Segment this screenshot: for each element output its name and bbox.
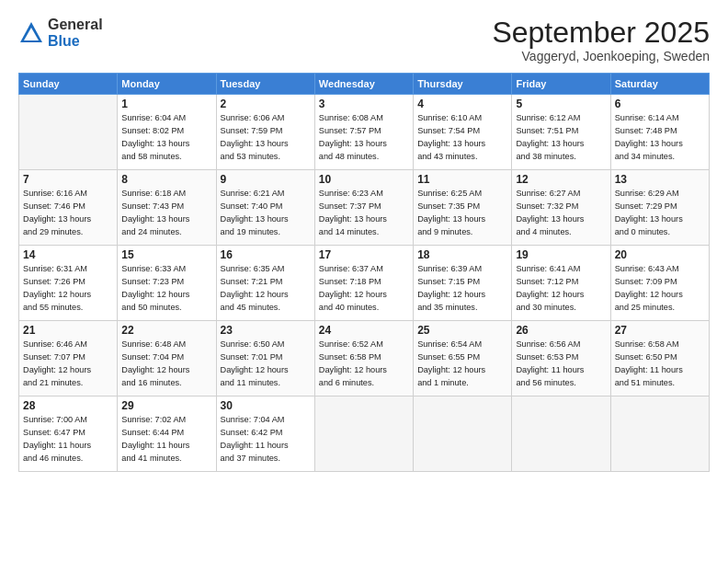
calendar-cell: 1Sunrise: 6:04 AMSunset: 8:02 PMDaylight… <box>118 95 216 170</box>
day-info: Sunrise: 6:54 AMSunset: 6:55 PMDaylight:… <box>417 339 507 389</box>
info-line: Sunset: 7:37 PM <box>319 201 409 213</box>
day-number: 27 <box>615 324 705 337</box>
day-info: Sunrise: 7:02 AMSunset: 6:44 PMDaylight:… <box>121 414 211 465</box>
info-line: Sunrise: 7:00 AM <box>23 414 113 427</box>
info-line: and 0 minutes. <box>615 226 705 239</box>
info-line: Sunrise: 6:14 AM <box>615 112 705 125</box>
info-line: and 19 minutes. <box>221 226 311 239</box>
calendar-cell: 26Sunrise: 6:56 AMSunset: 6:53 PMDayligh… <box>512 321 610 396</box>
info-line: and 56 minutes. <box>516 377 606 390</box>
day-number: 2 <box>221 98 311 110</box>
info-line: Daylight: 12 hours <box>319 289 409 302</box>
col-tuesday: Tuesday <box>216 74 314 95</box>
info-line: and 40 minutes. <box>319 302 409 315</box>
info-line: Sunset: 7:29 PM <box>615 201 705 213</box>
day-info: Sunrise: 6:33 AMSunset: 7:23 PMDaylight:… <box>121 263 211 314</box>
info-line: Daylight: 13 hours <box>417 213 507 226</box>
info-line: Daylight: 13 hours <box>417 138 507 151</box>
calendar-cell: 20Sunrise: 6:43 AMSunset: 7:09 PMDayligh… <box>610 246 709 321</box>
calendar-cell: 24Sunrise: 6:52 AMSunset: 6:58 PMDayligh… <box>314 321 413 396</box>
info-line: Sunset: 7:51 PM <box>516 125 606 138</box>
info-line: and 53 minutes. <box>221 151 311 164</box>
day-number: 17 <box>319 248 409 261</box>
col-saturday: Saturday <box>610 74 709 95</box>
col-thursday: Thursday <box>414 74 512 95</box>
info-line: Sunset: 6:44 PM <box>121 427 211 440</box>
info-line: Daylight: 12 hours <box>221 364 311 377</box>
info-line: Sunrise: 6:25 AM <box>417 188 507 201</box>
calendar-cell: 28Sunrise: 7:00 AMSunset: 6:47 PMDayligh… <box>19 396 118 472</box>
day-number: 1 <box>121 98 211 110</box>
calendar-cell: 14Sunrise: 6:31 AMSunset: 7:26 PMDayligh… <box>19 246 118 321</box>
day-number: 18 <box>417 248 507 261</box>
calendar-cell: 16Sunrise: 6:35 AMSunset: 7:21 PMDayligh… <box>216 246 314 321</box>
calendar-cell <box>512 396 610 472</box>
info-line: Daylight: 12 hours <box>121 364 211 377</box>
info-line: and 41 minutes. <box>121 453 211 465</box>
info-line: Sunrise: 6:52 AM <box>319 339 409 351</box>
info-line: Daylight: 11 hours <box>221 440 311 453</box>
info-line: and 21 minutes. <box>23 377 113 390</box>
day-info: Sunrise: 7:04 AMSunset: 6:42 PMDaylight:… <box>221 414 311 465</box>
day-number: 12 <box>516 173 606 186</box>
info-line: and 37 minutes. <box>221 453 311 465</box>
info-line: Sunset: 6:53 PM <box>516 351 606 364</box>
info-line: Sunrise: 7:02 AM <box>121 414 211 427</box>
info-line: Sunset: 7:15 PM <box>417 276 507 289</box>
info-line: Sunrise: 6:48 AM <box>121 339 211 351</box>
info-line: Daylight: 12 hours <box>516 289 606 302</box>
day-info: Sunrise: 6:16 AMSunset: 7:46 PMDaylight:… <box>23 188 113 238</box>
day-number: 15 <box>121 248 211 261</box>
info-line: Daylight: 11 hours <box>23 440 113 453</box>
calendar-cell: 15Sunrise: 6:33 AMSunset: 7:23 PMDayligh… <box>118 246 216 321</box>
info-line: and 29 minutes. <box>23 226 113 239</box>
day-number: 9 <box>221 173 311 186</box>
info-line: Sunrise: 6:23 AM <box>319 188 409 201</box>
info-line: Sunset: 6:42 PM <box>221 427 311 440</box>
day-info: Sunrise: 6:58 AMSunset: 6:50 PMDaylight:… <box>615 339 705 389</box>
day-info: Sunrise: 7:00 AMSunset: 6:47 PMDaylight:… <box>23 414 113 465</box>
info-line: Daylight: 12 hours <box>319 364 409 377</box>
info-line: Daylight: 12 hours <box>417 364 507 377</box>
info-line: Sunrise: 6:37 AM <box>319 263 409 276</box>
info-line: Daylight: 13 hours <box>221 213 311 226</box>
header: General Blue September 2025 Vaggeryd, Jo… <box>18 17 710 63</box>
col-sunday: Sunday <box>19 74 118 95</box>
calendar-cell: 3Sunrise: 6:08 AMSunset: 7:57 PMDaylight… <box>314 95 413 170</box>
location-title: Vaggeryd, Joenkoeping, Sweden <box>492 49 710 63</box>
info-line: and 25 minutes. <box>615 302 705 315</box>
calendar-cell: 11Sunrise: 6:25 AMSunset: 7:35 PMDayligh… <box>414 170 512 246</box>
info-line: Sunset: 7:54 PM <box>417 125 507 138</box>
info-line: Daylight: 12 hours <box>417 289 507 302</box>
info-line: and 30 minutes. <box>516 302 606 315</box>
calendar-cell: 13Sunrise: 6:29 AMSunset: 7:29 PMDayligh… <box>610 170 709 246</box>
day-info: Sunrise: 6:56 AMSunset: 6:53 PMDaylight:… <box>516 339 606 389</box>
week-row-1: 7Sunrise: 6:16 AMSunset: 7:46 PMDaylight… <box>19 170 710 246</box>
info-line: Daylight: 13 hours <box>319 213 409 226</box>
info-line: Daylight: 13 hours <box>516 138 606 151</box>
day-number: 5 <box>516 98 606 110</box>
week-row-3: 21Sunrise: 6:46 AMSunset: 7:07 PMDayligh… <box>19 321 710 396</box>
calendar-cell: 21Sunrise: 6:46 AMSunset: 7:07 PMDayligh… <box>19 321 118 396</box>
info-line: Sunset: 7:59 PM <box>221 125 311 138</box>
info-line: Sunset: 7:35 PM <box>417 201 507 213</box>
info-line: and 46 minutes. <box>23 453 113 465</box>
calendar-cell: 29Sunrise: 7:02 AMSunset: 6:44 PMDayligh… <box>118 396 216 472</box>
info-line: Sunrise: 6:10 AM <box>417 112 507 125</box>
day-number: 20 <box>615 248 705 261</box>
logo: General Blue <box>18 17 103 49</box>
info-line: Sunset: 6:47 PM <box>23 427 113 440</box>
info-line: Sunset: 7:32 PM <box>516 201 606 213</box>
day-info: Sunrise: 6:35 AMSunset: 7:21 PMDaylight:… <box>221 263 311 314</box>
info-line: Sunrise: 6:29 AM <box>615 188 705 201</box>
info-line: Daylight: 11 hours <box>516 364 606 377</box>
col-friday: Friday <box>512 74 610 95</box>
day-number: 30 <box>221 399 311 412</box>
info-line: Sunset: 7:18 PM <box>319 276 409 289</box>
day-number: 11 <box>417 173 507 186</box>
calendar-cell: 2Sunrise: 6:06 AMSunset: 7:59 PMDaylight… <box>216 95 314 170</box>
info-line: Sunrise: 6:41 AM <box>516 263 606 276</box>
info-line: Daylight: 13 hours <box>23 213 113 226</box>
logo-icon <box>18 20 44 46</box>
day-info: Sunrise: 6:04 AMSunset: 8:02 PMDaylight:… <box>121 112 211 163</box>
